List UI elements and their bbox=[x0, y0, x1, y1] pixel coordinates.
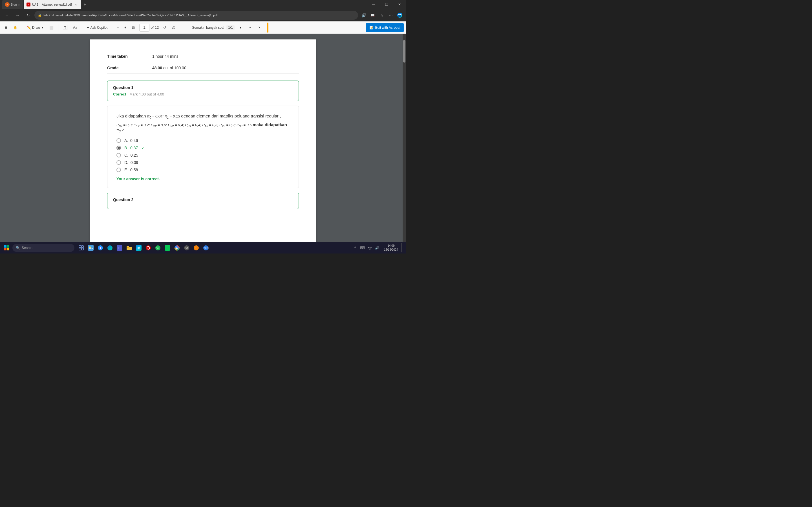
page-number-input[interactable] bbox=[139, 24, 149, 32]
fit-page-button[interactable]: ⊡ bbox=[130, 23, 137, 32]
option-c: C. 0,25 bbox=[116, 153, 290, 158]
opera-icon[interactable] bbox=[144, 243, 153, 252]
text-icon: T bbox=[63, 25, 67, 30]
text-tool-button[interactable]: T bbox=[61, 23, 70, 32]
copilot-icon: ✦ bbox=[87, 25, 89, 30]
radio-e[interactable] bbox=[116, 168, 121, 172]
grade-row: Grade 48.00 out of 100.00 bbox=[107, 62, 299, 74]
app-badge-icon[interactable]: 99+ bbox=[201, 243, 210, 252]
notification-bar: Semakin banyak soal 1/1 ▲ ▼ ✕ bbox=[190, 23, 265, 32]
window-controls: — ❐ ✕ bbox=[367, 0, 406, 9]
edge-taskbar-icon[interactable] bbox=[105, 243, 114, 252]
read-aloud-icon[interactable]: 🔊 bbox=[360, 11, 368, 19]
spotify-icon[interactable] bbox=[153, 243, 162, 252]
option-b: B. 0,37 ✓ bbox=[116, 146, 290, 150]
minimize-button[interactable]: — bbox=[367, 0, 380, 9]
radio-d[interactable] bbox=[116, 160, 121, 165]
close-button[interactable]: ✕ bbox=[393, 0, 406, 9]
chevron-up-icon[interactable]: ^ bbox=[352, 244, 359, 251]
address-input[interactable]: 🔒 File C:/Users/khalisha%20marindra/AppD… bbox=[35, 11, 358, 20]
pdf-content[interactable]: Time taken 1 hour 44 mins Grade 48.00 ou… bbox=[0, 34, 406, 242]
line-icon[interactable]: L bbox=[163, 243, 172, 252]
tab-close-button[interactable]: ✕ bbox=[73, 2, 78, 7]
teams-icon[interactable]: T bbox=[115, 243, 124, 252]
svg-point-33 bbox=[194, 245, 199, 250]
favorites-icon[interactable]: ☆ bbox=[378, 11, 386, 19]
page-marker bbox=[267, 22, 268, 33]
taskbar-search[interactable]: 🔍 Search bbox=[12, 244, 74, 252]
time-taken-label: Time taken bbox=[107, 54, 152, 59]
notif-close-button[interactable]: ✕ bbox=[256, 23, 263, 32]
navigate-icon: ☰ bbox=[4, 25, 8, 30]
system-clock[interactable]: 14:09 15/12/2024 bbox=[382, 244, 400, 252]
sign-in-tab[interactable]: S Sign in bbox=[2, 0, 23, 9]
zoom-out-button[interactable]: − bbox=[114, 23, 121, 32]
notification-text: Semakin banyak soal bbox=[192, 25, 224, 30]
taskbar-icons: ✦ T bbox=[77, 243, 210, 252]
edit-acrobat-button[interactable]: 📝 Edit with Acrobat bbox=[366, 23, 404, 32]
radio-b[interactable] bbox=[116, 146, 121, 150]
eraser-button[interactable]: ⬜ bbox=[47, 23, 56, 32]
grade-number: 48.00 bbox=[152, 66, 162, 70]
zoom-in-button[interactable]: + bbox=[122, 23, 129, 32]
start-button[interactable] bbox=[2, 243, 11, 252]
tab-group: S Sign in P UAS__Attempt_review[1].pdf ✕… bbox=[2, 0, 89, 9]
restore-button[interactable]: ❐ bbox=[380, 0, 393, 9]
print-button[interactable]: 🖨 bbox=[169, 23, 177, 32]
keyboard-icon[interactable]: ⌨ bbox=[359, 244, 366, 251]
svg-rect-10 bbox=[88, 245, 94, 251]
new-tab-button[interactable]: + bbox=[81, 1, 89, 8]
file-explorer-icon[interactable] bbox=[124, 243, 134, 252]
pdf-page: Time taken 1 hour 44 mins Grade 48.00 ou… bbox=[90, 40, 316, 242]
system-tray: ^ ⌨ 🔊 bbox=[352, 244, 380, 251]
svg-rect-4 bbox=[4, 248, 6, 250]
svg-rect-9 bbox=[82, 248, 84, 250]
task-view-icon[interactable] bbox=[77, 243, 86, 252]
rotate-button[interactable]: ↺ bbox=[161, 23, 168, 32]
copilot-icon[interactable]: ✦ bbox=[96, 243, 105, 252]
forward-button[interactable]: → bbox=[13, 11, 22, 20]
address-text: File C:/Users/khalisha%20marindra/AppDat… bbox=[43, 13, 217, 17]
pdf-toolbar: ☰ ✋ ✏️ Draw ▼ ⬜ T Aа ✦ Ask Copilot − + ⊡… bbox=[0, 21, 406, 34]
back-button[interactable]: ← bbox=[2, 11, 11, 20]
fit-icon: ⊡ bbox=[132, 25, 135, 30]
scrollbar-thumb[interactable] bbox=[403, 40, 405, 62]
store-icon[interactable]: ⊞ bbox=[134, 243, 143, 252]
notif-up-button[interactable]: ▲ bbox=[237, 23, 244, 32]
active-tab[interactable]: P UAS__Attempt_review[1].pdf ✕ bbox=[24, 0, 81, 9]
radio-b-inner bbox=[117, 147, 120, 149]
notification-icon[interactable]: ! bbox=[192, 243, 201, 252]
draw-button[interactable]: ✏️ Draw ▼ bbox=[24, 23, 46, 32]
draw-label: Draw bbox=[32, 25, 40, 30]
svg-rect-7 bbox=[82, 245, 84, 247]
volume-icon[interactable]: 🔊 bbox=[374, 244, 380, 251]
question1-status: Correct Mark 4.00 out of 4.00 bbox=[113, 92, 293, 96]
font-tool-button[interactable]: Aа bbox=[71, 23, 80, 32]
photos-icon[interactable] bbox=[86, 243, 95, 252]
svg-rect-20 bbox=[126, 246, 129, 247]
navigate-menu-button[interactable]: ☰ bbox=[2, 23, 10, 32]
immersive-reader-icon[interactable]: 📖 bbox=[369, 11, 377, 19]
clock-date: 15/12/2024 bbox=[384, 248, 398, 252]
edge-logo bbox=[396, 11, 404, 19]
chrome-icon[interactable] bbox=[172, 243, 182, 252]
refresh-button[interactable]: ↻ bbox=[24, 11, 33, 20]
show-desktop-button[interactable] bbox=[402, 243, 404, 252]
info-table: Time taken 1 hour 44 mins Grade 48.00 ou… bbox=[107, 51, 299, 74]
hand-icon: ✋ bbox=[13, 25, 17, 30]
svg-point-15 bbox=[107, 245, 112, 250]
font-icon: Aа bbox=[73, 25, 77, 30]
sign-in-label: Sign in bbox=[11, 3, 20, 6]
radio-c[interactable] bbox=[116, 153, 121, 158]
collections-icon[interactable]: ⋯ bbox=[387, 11, 395, 19]
notif-down-button[interactable]: ▼ bbox=[246, 23, 254, 32]
settings-icon[interactable]: ⚙ bbox=[182, 243, 191, 252]
page-navigation: of 12 bbox=[139, 24, 159, 32]
ask-copilot-button[interactable]: ✦ Ask Copilot bbox=[84, 23, 110, 32]
hand-tool-button[interactable]: ✋ bbox=[11, 23, 20, 32]
pdf-favicon: P bbox=[27, 3, 31, 6]
radio-a[interactable] bbox=[116, 138, 121, 143]
wifi-icon[interactable] bbox=[366, 244, 373, 251]
search-text: Search bbox=[22, 246, 33, 250]
print-icon: 🖨 bbox=[172, 25, 175, 30]
